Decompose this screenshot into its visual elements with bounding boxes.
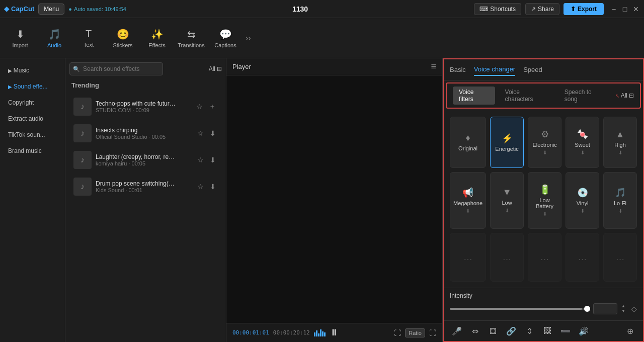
favorite-button[interactable]: ☆ xyxy=(195,155,206,165)
filter-low-battery[interactable]: 🔋 Low Battery ⬇ xyxy=(528,172,561,229)
filter-megaphone[interactable]: 📢 Megaphone ⬇ xyxy=(450,172,486,229)
image-icon[interactable]: 🖼 xyxy=(540,324,554,338)
voice-changer-panel: Basic Voice changer Speed Voice filters … xyxy=(443,58,644,342)
subtab-voice-filters[interactable]: Voice filters xyxy=(453,87,495,105)
share-icon: ↗ xyxy=(531,6,536,13)
menu-button[interactable]: Menu xyxy=(38,4,64,15)
share-button[interactable]: ↗ Share xyxy=(525,3,559,15)
toolbar-more[interactable]: ›› xyxy=(244,32,253,45)
download-icon: ⬇ xyxy=(543,211,547,217)
tab-basic[interactable]: Basic xyxy=(450,64,466,75)
tool-effects[interactable]: ✨ Effects xyxy=(141,21,173,56)
favorite-button[interactable]: ☆ xyxy=(194,102,205,112)
download-button[interactable]: ⬇ xyxy=(208,155,218,165)
minus-circle-icon[interactable]: ➖ xyxy=(558,324,573,338)
vinyl-icon: 💿 xyxy=(577,187,588,198)
filter-placeholder-4[interactable]: … xyxy=(566,233,599,282)
sound-meta: komiya hairu · 00:05 xyxy=(96,160,191,166)
filter-label: Original xyxy=(458,145,477,151)
favorite-button[interactable]: ☆ xyxy=(195,182,206,192)
filter-placeholder-5[interactable]: … xyxy=(603,233,637,282)
sidebar-item-music[interactable]: Music xyxy=(2,63,63,78)
sidebar-item-brand-music[interactable]: Brand music xyxy=(2,143,63,158)
vc-bottom-icons: 🎤 ⇔ ⚃ 🔗 ⇕ 🖼 ➖ 🔊 ⊕ xyxy=(444,320,643,341)
pause-button[interactable]: ⏸ xyxy=(330,327,339,338)
increment-button[interactable]: ▲ xyxy=(621,304,625,309)
filter-sweet[interactable]: 🍬 Sweet ⬇ xyxy=(566,117,599,168)
decrement-button[interactable]: ▼ xyxy=(621,309,625,314)
tool-stickers[interactable]: 😊 Stickers xyxy=(107,21,139,56)
sound-actions: ☆ ⬇ xyxy=(195,155,218,165)
minimize-button[interactable]: − xyxy=(610,5,618,13)
sidebar-item-copyright[interactable]: Copyright xyxy=(2,95,63,110)
filter-original[interactable]: ♦ Original xyxy=(450,117,486,168)
intensity-input[interactable]: 100 xyxy=(593,303,617,314)
filter-label: Electronic xyxy=(532,142,556,148)
microphone-icon[interactable]: 🎤 xyxy=(450,324,464,338)
project-title: 1130 xyxy=(130,5,470,13)
stickers-icon: 😊 xyxy=(117,28,129,40)
split-icon[interactable]: ⇔ xyxy=(468,324,482,338)
ratio-button[interactable]: Ratio xyxy=(405,328,425,337)
maximize-button[interactable]: □ xyxy=(621,5,629,13)
volume-icon[interactable]: 🔊 xyxy=(577,324,591,338)
filter-low[interactable]: ▼ Low ⬇ xyxy=(490,172,524,229)
search-input[interactable] xyxy=(69,62,163,75)
intensity-slider[interactable] xyxy=(450,308,589,310)
filter-energetic[interactable]: ⚡ Energetic xyxy=(490,117,524,168)
tab-speed[interactable]: Speed xyxy=(523,64,542,75)
export-button[interactable]: ⬆ Export xyxy=(564,3,604,15)
intensity-row: 100 ▲ ▼ ◇ xyxy=(450,303,637,314)
tool-audio[interactable]: 🎵 Audio xyxy=(38,21,70,56)
filter-vinyl[interactable]: 💿 Vinyl ⬇ xyxy=(566,172,599,229)
filter-placeholder-3[interactable]: … xyxy=(528,233,561,282)
sidebar-item-sound-effects[interactable]: Sound effe... xyxy=(2,79,63,94)
filter-high[interactable]: ▲ High ⬇ xyxy=(603,117,637,168)
align-icon[interactable]: ⇕ xyxy=(522,324,536,338)
filter-arrow-icon: ↖ xyxy=(615,93,619,99)
tool-captions[interactable]: 💬 Captions xyxy=(209,21,242,56)
all-filter-right[interactable]: ↖ All ⊟ xyxy=(615,87,634,105)
tool-text[interactable]: T Text xyxy=(72,21,105,56)
close-button[interactable]: ✕ xyxy=(632,5,640,13)
tool-import[interactable]: ⬇ Import xyxy=(4,21,36,56)
sidebar-item-tiktok[interactable]: TikTok soun... xyxy=(2,127,63,142)
high-icon: ▲ xyxy=(616,129,625,140)
link-icon[interactable]: 🔗 xyxy=(504,324,518,338)
all-filter-button[interactable]: All ⊟ xyxy=(209,65,222,72)
sound-meta: Official Sound Studio · 00:05 xyxy=(96,134,191,140)
crop-icon[interactable]: ⚃ xyxy=(486,324,500,338)
list-item[interactable]: ♪ Insects chirping Official Sound Studio… xyxy=(67,120,224,146)
effects-icon: ✨ xyxy=(151,28,164,40)
filter-placeholder-2[interactable]: … xyxy=(490,233,524,282)
tab-voice-changer[interactable]: Voice changer xyxy=(474,63,515,76)
shortcuts-button[interactable]: ⌨ Shortcuts xyxy=(474,3,521,15)
sidebar-item-extract-audio[interactable]: Extract audio xyxy=(2,111,63,126)
tool-transitions[interactable]: ⇆ Transitions xyxy=(175,21,207,56)
reset-intensity-button[interactable]: ◇ xyxy=(631,305,637,313)
player-panel: Player ≡ 00:00:01:01 00:00:20:12 ⏸ ⛶ Rat… xyxy=(226,58,443,342)
megaphone-icon: 📢 xyxy=(462,187,473,198)
filter-electronic[interactable]: ⚙ Electronic ⬇ xyxy=(528,117,561,168)
list-item[interactable]: ♪ Techno-pops with cute future ... STUDI… xyxy=(67,94,224,120)
player-menu-icon[interactable]: ≡ xyxy=(431,61,436,72)
main-area: Music Sound effe... Copyright Extract au… xyxy=(0,58,644,342)
list-item[interactable]: ♪ Drum pop scene switching(11... Kids So… xyxy=(67,174,224,200)
download-button[interactable]: ⬇ xyxy=(208,128,218,138)
add-button[interactable]: ＋ xyxy=(207,101,218,112)
subtab-speech-to-song[interactable]: Speech to song xyxy=(558,87,611,105)
intensity-label: Intensity xyxy=(450,292,637,299)
subtab-voice-characters[interactable]: Voice characters xyxy=(499,87,554,105)
list-item[interactable]: ♪ Laughter (creepy, horror, reso... komi… xyxy=(67,147,224,173)
lo-fi-icon: 🎵 xyxy=(615,187,626,198)
download-button[interactable]: ⬇ xyxy=(208,182,218,192)
favorite-button[interactable]: ☆ xyxy=(195,128,206,138)
filter-placeholder-1[interactable]: … xyxy=(450,233,486,282)
fullscreen-icon[interactable]: ⛶ xyxy=(394,329,401,337)
filter-lo-fi[interactable]: 🎵 Lo-Fi ⬇ xyxy=(603,172,637,229)
sound-thumb: ♪ xyxy=(73,151,92,169)
add-circle-icon[interactable]: ⊕ xyxy=(623,324,637,338)
sound-info: Drum pop scene switching(11... Kids Soun… xyxy=(96,180,191,193)
sound-title: Laughter (creepy, horror, reso... xyxy=(96,153,176,160)
expand-button[interactable]: ⛶ xyxy=(429,329,436,337)
